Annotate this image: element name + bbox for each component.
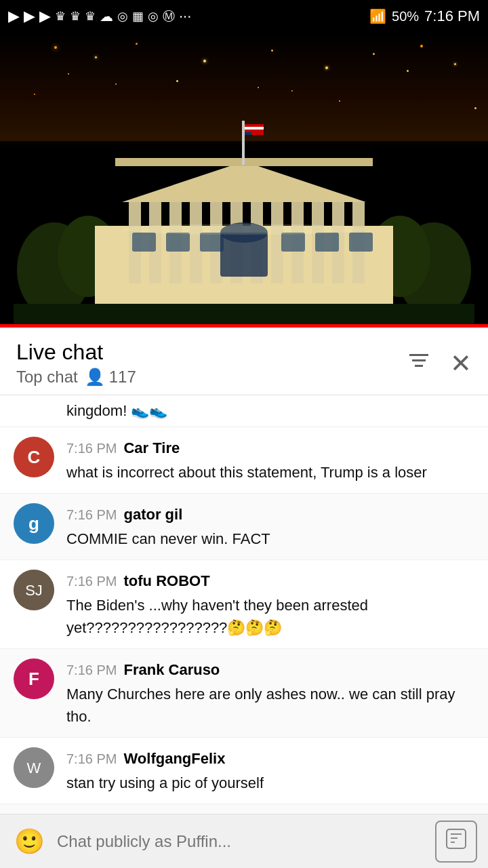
svg-text:SJ: SJ bbox=[25, 582, 43, 599]
message-time: 7:16 PM bbox=[66, 438, 117, 458]
status-left-icons: ▶ ▶ ▶ ♛ ♛ ♛ ☁ ◎ ▦ ◎ Ⓜ ··· bbox=[8, 7, 191, 25]
status-bar: ▶ ▶ ▶ ♛ ♛ ♛ ☁ ◎ ▦ ◎ Ⓜ ··· 📶 50% 7:16 PM bbox=[0, 0, 488, 33]
emoji-button[interactable]: 🙂 bbox=[11, 823, 47, 860]
svg-rect-38 bbox=[415, 365, 423, 367]
svg-point-33 bbox=[122, 224, 366, 235]
video-player[interactable] bbox=[0, 33, 488, 324]
svg-rect-36 bbox=[409, 354, 428, 356]
time-display: 7:16 PM bbox=[424, 7, 480, 25]
partial-message: kingdom! 👟👟 bbox=[0, 395, 488, 427]
app-icon-grid: ▦ bbox=[132, 9, 144, 24]
app-icon-cloud: ☁ bbox=[100, 8, 113, 24]
battery-text: 50% bbox=[392, 9, 419, 24]
svg-marker-17 bbox=[122, 161, 366, 202]
app-icon-crown1: ♛ bbox=[55, 9, 66, 24]
top-chat-label[interactable]: Top chat bbox=[16, 368, 78, 387]
svg-rect-25 bbox=[166, 233, 190, 252]
svg-rect-28 bbox=[315, 233, 339, 252]
message-time: 7:16 PM bbox=[66, 660, 117, 680]
svg-rect-37 bbox=[412, 359, 426, 361]
svg-rect-24 bbox=[132, 233, 156, 252]
svg-rect-21 bbox=[245, 127, 264, 130]
message-meta: 7:16 PM tofu ROBOT bbox=[66, 570, 474, 592]
chat-input[interactable] bbox=[57, 824, 426, 859]
svg-text:W: W bbox=[27, 760, 41, 776]
viewer-count-value: 117 bbox=[109, 368, 136, 387]
send-icon bbox=[444, 827, 468, 856]
message-text: stan try using a pic of yourself bbox=[66, 774, 264, 791]
svg-rect-23 bbox=[245, 132, 251, 135]
app-icon-dots: ··· bbox=[179, 7, 191, 25]
svg-rect-26 bbox=[200, 233, 224, 252]
message-time: 7:16 PM bbox=[66, 571, 117, 591]
app-icon-crown2: ♛ bbox=[70, 9, 81, 24]
svg-rect-47 bbox=[451, 837, 458, 839]
message-meta: 7:16 PM gator gil bbox=[66, 503, 474, 526]
message-content: 7:16 PM Car Tire what is incorrect about… bbox=[66, 437, 474, 484]
message-time: 7:16 PM bbox=[66, 505, 117, 525]
avatar: SJ bbox=[14, 570, 54, 610]
message-username: tofu ROBOT bbox=[123, 570, 209, 592]
svg-rect-19 bbox=[242, 121, 245, 165]
app-icon-yt2: ▶ bbox=[24, 7, 35, 25]
svg-rect-22 bbox=[245, 130, 264, 132]
app-icon-yt3: ▶ bbox=[39, 7, 51, 25]
app-icon-sync: ◎ bbox=[148, 9, 159, 24]
app-icon-m: Ⓜ bbox=[163, 8, 175, 24]
message-meta: 7:16 PM Frank Caruso bbox=[66, 658, 474, 681]
avatar: g bbox=[14, 503, 54, 544]
message-content: 7:16 PM gator gil COMMIE can never win. … bbox=[66, 503, 474, 550]
chat-message: F 7:16 PM Frank Caruso Many Churches her… bbox=[0, 649, 488, 738]
message-username: Car Tire bbox=[123, 437, 180, 459]
avatar: W bbox=[14, 747, 54, 788]
live-chat-title: Live chat bbox=[16, 340, 136, 365]
app-icon-yt1: ▶ bbox=[8, 7, 20, 25]
app-icon-circle: ◎ bbox=[117, 9, 128, 24]
chat-message: g 7:16 PM gator gil COMMIE can never win… bbox=[0, 494, 488, 560]
svg-rect-32 bbox=[14, 304, 474, 324]
emoji-icon: 🙂 bbox=[14, 827, 45, 856]
partial-message-text: kingdom! 👟👟 bbox=[66, 402, 167, 419]
svg-rect-29 bbox=[349, 233, 373, 252]
viewer-count: 👤 117 bbox=[85, 368, 136, 387]
avatar: F bbox=[14, 658, 54, 699]
message-username: WolfgangFelix bbox=[123, 747, 225, 770]
app-icon-crown3: ♛ bbox=[85, 9, 96, 24]
chat-messages: kingdom! 👟👟 C 7:16 PM Car Tire what is i… bbox=[0, 395, 488, 868]
message-text: what is incorrect about this statement, … bbox=[66, 464, 427, 481]
message-content: 7:16 PM tofu ROBOT The Biden's ...why ha… bbox=[66, 570, 474, 639]
send-button[interactable] bbox=[435, 821, 477, 863]
message-time: 7:16 PM bbox=[66, 749, 117, 769]
message-text: The Biden's ...why haven't they been arr… bbox=[66, 597, 368, 636]
message-text: Many Churches here are only ashes now.. … bbox=[66, 686, 455, 725]
live-chat-header: Live chat Top chat 👤 117 ✕ bbox=[0, 328, 488, 395]
avatar: C bbox=[14, 437, 54, 477]
top-chat-row: Top chat 👤 117 bbox=[16, 368, 136, 387]
message-meta: 7:16 PM Car Tire bbox=[66, 437, 474, 459]
chat-message: C 7:16 PM Car Tire what is incorrect abo… bbox=[0, 427, 488, 494]
message-meta: 7:16 PM WolfgangFelix bbox=[66, 747, 474, 770]
viewer-icon: 👤 bbox=[85, 368, 105, 387]
chat-input-area: 🙂 bbox=[0, 814, 488, 868]
filter-icon[interactable] bbox=[407, 349, 431, 378]
wifi-icon: 📶 bbox=[369, 8, 386, 24]
message-username: gator gil bbox=[123, 503, 182, 526]
live-chat-title-block: Live chat Top chat 👤 117 bbox=[16, 340, 136, 387]
header-actions: ✕ bbox=[407, 349, 472, 378]
message-content: 7:16 PM WolfgangFelix stan try using a p… bbox=[66, 747, 474, 794]
message-username: Frank Caruso bbox=[123, 658, 220, 681]
svg-rect-46 bbox=[451, 833, 462, 835]
svg-rect-27 bbox=[281, 233, 305, 252]
status-right-icons: 📶 50% 7:16 PM bbox=[369, 7, 480, 25]
close-icon[interactable]: ✕ bbox=[450, 349, 472, 378]
chat-message: W 7:16 PM WolfgangFelix stan try using a… bbox=[0, 738, 488, 804]
chat-message: SJ 7:16 PM tofu ROBOT The Biden's ...why… bbox=[0, 560, 488, 649]
message-text: COMMIE can never win. FACT bbox=[66, 530, 270, 547]
svg-rect-48 bbox=[451, 842, 455, 843]
white-house-image bbox=[0, 121, 488, 324]
message-content: 7:16 PM Frank Caruso Many Churches here … bbox=[66, 658, 474, 728]
